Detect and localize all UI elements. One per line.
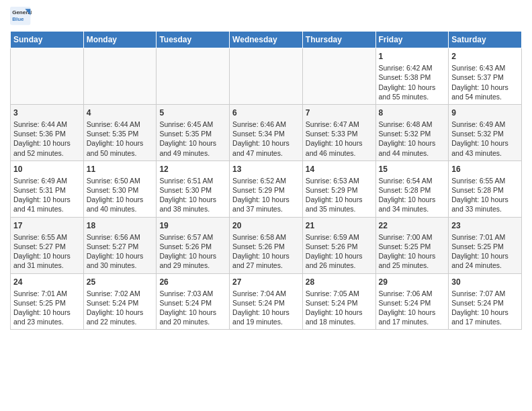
day-info: Sunset: 5:24 PM	[87, 298, 154, 308]
calendar-cell: 28Sunrise: 7:05 AMSunset: 5:24 PMDayligh…	[302, 273, 375, 330]
day-info: Sunset: 5:26 PM	[306, 242, 373, 251]
day-info: Sunrise: 7:01 AM	[451, 232, 519, 242]
day-info: Sunset: 5:27 PM	[13, 242, 81, 251]
day-number: 29	[379, 277, 446, 287]
day-info: and 47 minutes.	[232, 148, 300, 158]
day-info: Daylight: 10 hours	[379, 138, 446, 148]
day-info: Daylight: 10 hours	[13, 251, 81, 261]
day-info: Sunrise: 6:55 AM	[451, 176, 519, 185]
day-info: Daylight: 10 hours	[159, 138, 226, 148]
day-info: and 38 minutes.	[159, 204, 226, 214]
day-info: and 17 minutes.	[379, 317, 446, 326]
day-info: and 19 minutes.	[232, 317, 300, 326]
day-info: Daylight: 10 hours	[306, 251, 373, 261]
day-info: Daylight: 10 hours	[451, 195, 519, 204]
day-info: Sunrise: 6:46 AM	[232, 120, 300, 129]
day-number: 30	[451, 277, 519, 287]
day-number: 15	[379, 164, 446, 175]
day-number: 3	[13, 107, 81, 118]
day-info: Daylight: 10 hours	[379, 195, 446, 204]
day-number: 17	[13, 220, 81, 231]
day-info: Sunrise: 6:50 AM	[87, 176, 154, 185]
day-info: Daylight: 10 hours	[306, 195, 373, 204]
day-info: Sunrise: 7:00 AM	[379, 232, 446, 242]
calendar-table: SundayMondayTuesdayWednesdayThursdayFrid…	[10, 31, 522, 330]
day-info: Sunset: 5:25 PM	[379, 242, 446, 251]
calendar-cell: 24Sunrise: 7:01 AMSunset: 5:25 PMDayligh…	[11, 273, 84, 330]
day-info: and 49 minutes.	[159, 148, 226, 158]
day-info: Daylight: 10 hours	[159, 195, 226, 204]
header-row: SundayMondayTuesdayWednesdayThursdayFrid…	[11, 32, 522, 48]
day-info: and 35 minutes.	[306, 204, 373, 214]
calendar-cell: 2Sunrise: 6:43 AMSunset: 5:37 PMDaylight…	[449, 48, 522, 105]
logo-icon: General Blue	[10, 7, 32, 26]
day-number: 1	[379, 51, 446, 62]
calendar-cell	[11, 48, 84, 105]
calendar-cell: 10Sunrise: 6:49 AMSunset: 5:31 PMDayligh…	[11, 161, 84, 217]
day-number: 6	[232, 107, 300, 118]
calendar-body: 1Sunrise: 6:42 AMSunset: 5:38 PMDaylight…	[11, 48, 522, 330]
calendar-cell: 3Sunrise: 6:44 AMSunset: 5:36 PMDaylight…	[11, 104, 84, 161]
day-info: Daylight: 10 hours	[87, 251, 154, 261]
day-info: Sunrise: 6:52 AM	[232, 176, 300, 185]
calendar-cell: 15Sunrise: 6:54 AMSunset: 5:28 PMDayligh…	[375, 161, 449, 217]
day-header-sunday: Sunday	[11, 32, 84, 48]
day-info: Sunrise: 7:04 AM	[232, 289, 300, 298]
day-info: Sunset: 5:26 PM	[232, 242, 300, 251]
calendar-cell	[157, 48, 230, 105]
day-info: Sunset: 5:29 PM	[306, 185, 373, 195]
calendar-cell: 20Sunrise: 6:58 AMSunset: 5:26 PMDayligh…	[230, 217, 303, 273]
day-info: Daylight: 10 hours	[13, 308, 81, 317]
day-info: Sunset: 5:24 PM	[232, 298, 300, 308]
day-info: and 17 minutes.	[451, 317, 519, 326]
day-info: Sunrise: 7:05 AM	[306, 289, 373, 298]
day-info: and 23 minutes.	[13, 317, 81, 326]
day-info: Sunrise: 6:56 AM	[87, 232, 154, 242]
calendar-cell: 13Sunrise: 6:52 AMSunset: 5:29 PMDayligh…	[230, 161, 303, 217]
day-info: and 25 minutes.	[379, 261, 446, 270]
calendar-header: SundayMondayTuesdayWednesdayThursdayFrid…	[11, 32, 522, 48]
day-number: 27	[232, 277, 300, 287]
day-info: Sunset: 5:26 PM	[159, 242, 226, 251]
calendar-cell: 7Sunrise: 6:47 AMSunset: 5:33 PMDaylight…	[302, 104, 375, 161]
calendar-cell: 27Sunrise: 7:04 AMSunset: 5:24 PMDayligh…	[230, 273, 303, 330]
day-info: Sunset: 5:29 PM	[232, 185, 300, 195]
calendar-cell: 11Sunrise: 6:50 AMSunset: 5:30 PMDayligh…	[83, 161, 157, 217]
calendar-cell	[230, 48, 303, 105]
day-header-thursday: Thursday	[302, 32, 375, 48]
day-info: and 27 minutes.	[232, 261, 300, 270]
calendar-cell: 22Sunrise: 7:00 AMSunset: 5:25 PMDayligh…	[375, 217, 449, 273]
day-header-monday: Monday	[83, 32, 157, 48]
day-info: Sunset: 5:24 PM	[159, 298, 226, 308]
day-number: 9	[451, 107, 519, 118]
logo: General Blue	[10, 7, 32, 26]
day-number: 10	[13, 164, 81, 175]
day-info: Sunrise: 6:58 AM	[232, 232, 300, 242]
calendar-cell: 4Sunrise: 6:44 AMSunset: 5:35 PMDaylight…	[83, 104, 157, 161]
day-info: Daylight: 10 hours	[159, 308, 226, 317]
week-row-3: 10Sunrise: 6:49 AMSunset: 5:31 PMDayligh…	[11, 161, 522, 217]
calendar-cell: 14Sunrise: 6:53 AMSunset: 5:29 PMDayligh…	[302, 161, 375, 217]
day-number: 4	[87, 107, 154, 118]
day-number: 18	[87, 220, 154, 231]
day-info: Sunset: 5:24 PM	[451, 298, 519, 308]
calendar-cell: 26Sunrise: 7:03 AMSunset: 5:24 PMDayligh…	[157, 273, 230, 330]
week-row-2: 3Sunrise: 6:44 AMSunset: 5:36 PMDaylight…	[11, 104, 522, 161]
day-info: Daylight: 10 hours	[451, 308, 519, 317]
day-info: Daylight: 10 hours	[87, 308, 154, 317]
calendar-cell: 17Sunrise: 6:55 AMSunset: 5:27 PMDayligh…	[11, 217, 84, 273]
day-info: and 46 minutes.	[306, 148, 373, 158]
day-info: Sunset: 5:38 PM	[379, 73, 446, 82]
day-info: and 40 minutes.	[87, 204, 154, 214]
day-info: Sunset: 5:28 PM	[379, 185, 446, 195]
day-number: 5	[159, 107, 226, 118]
day-number: 12	[159, 164, 226, 175]
day-info: and 41 minutes.	[13, 204, 81, 214]
day-info: and 37 minutes.	[232, 204, 300, 214]
day-info: and 43 minutes.	[451, 148, 519, 158]
day-number: 11	[87, 164, 154, 175]
day-number: 26	[159, 277, 226, 287]
day-info: and 33 minutes.	[451, 204, 519, 214]
day-info: Daylight: 10 hours	[232, 195, 300, 204]
day-info: Daylight: 10 hours	[451, 83, 519, 92]
